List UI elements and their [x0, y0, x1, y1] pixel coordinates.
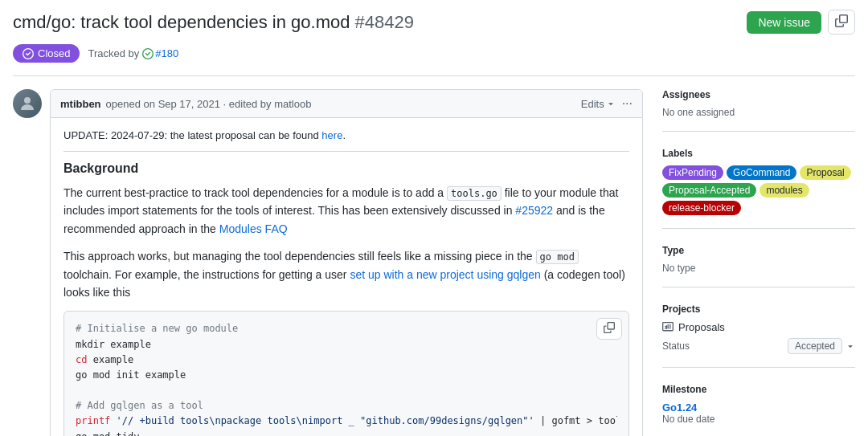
- projects-label: Projects: [662, 304, 855, 315]
- project-status-label: Status: [662, 340, 690, 352]
- copy-code-button[interactable]: [596, 318, 622, 340]
- main-layout: mtibben opened on Sep 17, 2021 · edited …: [13, 89, 855, 436]
- issue-header: cmd/go: track tool dependencies in go.mo…: [13, 10, 855, 35]
- tracked-link-text: #180: [155, 47, 178, 59]
- label-fixpending[interactable]: FixPending: [662, 165, 723, 180]
- type-value: No type: [662, 263, 855, 274]
- chevron-down-icon: [845, 341, 855, 351]
- chevron-down-icon: [606, 99, 616, 108]
- closed-icon: [23, 48, 34, 59]
- copy-icon: [835, 14, 848, 27]
- header-left: cmd/go: track tool dependencies in go.mo…: [13, 12, 414, 33]
- milestone-value[interactable]: Go1.24: [662, 401, 855, 414]
- label-release-blocker[interactable]: release-blocker: [662, 201, 741, 215]
- body-p1-before: The current best-practice to track tool …: [63, 186, 444, 199]
- labels-container: FixPending GoCommand Proposal Proposal-A…: [662, 165, 855, 215]
- project-status-value[interactable]: Accepted: [788, 338, 842, 354]
- tracked-by-text: Tracked by: [88, 47, 139, 59]
- gqlgen-link[interactable]: set up with a new project using gqlgen: [350, 268, 540, 281]
- status-badge: Closed: [13, 44, 80, 63]
- project-status-value-wrapper: Accepted: [788, 338, 855, 354]
- sidebar: Assignees No one assigned Labels FixPend…: [662, 89, 855, 436]
- issue-title: cmd/go: track tool dependencies in go.mo…: [13, 12, 414, 33]
- svg-point-0: [24, 97, 31, 104]
- body-paragraph-1: The current best-practice to track tool …: [63, 184, 629, 238]
- assignees-value: No one assigned: [662, 107, 855, 118]
- update-text: UPDATE: 2024-07-29: the latest proposal …: [63, 129, 319, 141]
- check-circle-icon: [142, 48, 154, 59]
- issue-25922-link[interactable]: #25922: [515, 204, 553, 217]
- sidebar-assignees: Assignees No one assigned: [662, 89, 855, 132]
- project-item: Proposals: [662, 321, 855, 333]
- update-link[interactable]: here: [321, 129, 342, 141]
- avatar: [13, 89, 42, 118]
- project-name: Proposals: [678, 321, 725, 333]
- label-proposal-accepted[interactable]: Proposal-Accepted: [662, 183, 756, 198]
- header-actions: New issue: [747, 10, 855, 35]
- comment-header: mtibben opened on Sep 17, 2021 · edited …: [51, 90, 642, 118]
- meta-row: Closed Tracked by #180: [13, 44, 855, 63]
- sidebar-projects: Projects Proposals Status Accepted: [662, 304, 855, 368]
- content-area: mtibben opened on Sep 17, 2021 · edited …: [13, 89, 643, 436]
- comment-header-right: Edits ···: [581, 96, 633, 111]
- body-paragraph-2: This approach works, but managing the to…: [63, 247, 629, 301]
- label-modules[interactable]: modules: [760, 183, 809, 198]
- comment-meta: opened on Sep 17, 2021 · edited by matlo…: [106, 98, 312, 110]
- edits-button[interactable]: Edits: [581, 98, 616, 110]
- comment-header-left: mtibben opened on Sep 17, 2021 · edited …: [60, 98, 311, 110]
- sidebar-labels: Labels FixPending GoCommand Proposal Pro…: [662, 148, 855, 229]
- avatar-icon: [18, 94, 37, 113]
- status-text: Closed: [38, 47, 70, 59]
- tracked-by: Tracked by #180: [88, 47, 178, 59]
- go-mod-code: go mod: [536, 250, 579, 264]
- section-title: Background: [63, 161, 629, 176]
- label-proposal[interactable]: Proposal: [800, 165, 850, 180]
- page: cmd/go: track tool dependencies in go.mo…: [0, 0, 868, 436]
- update-notice: UPDATE: 2024-07-29: the latest proposal …: [63, 129, 629, 141]
- type-label: Type: [662, 245, 855, 256]
- assignees-label: Assignees: [662, 89, 855, 100]
- comment-divider: [63, 151, 629, 152]
- issue-number: #48429: [355, 12, 414, 32]
- more-button[interactable]: ···: [622, 96, 633, 111]
- main-divider: [13, 75, 855, 76]
- copy-title-button[interactable]: [828, 10, 855, 35]
- tools-go-code: tools.go: [447, 186, 502, 201]
- tracked-link[interactable]: #180: [142, 47, 178, 59]
- sidebar-type: Type No type: [662, 245, 855, 287]
- comment-author[interactable]: mtibben: [60, 98, 101, 110]
- body-p2-after: toolchain. For example, the instructions…: [63, 268, 347, 281]
- body-p2-before: This approach works, but managing the to…: [63, 250, 533, 263]
- modules-faq-link[interactable]: Modules FAQ: [219, 222, 288, 235]
- code-block: # Initialise a new go module mkdir examp…: [63, 311, 629, 436]
- comment-wrapper: mtibben opened on Sep 17, 2021 · edited …: [13, 89, 643, 436]
- label-gocommand[interactable]: GoCommand: [727, 165, 796, 180]
- sidebar-milestone: Milestone Go1.24 No due date: [662, 384, 855, 436]
- comment-body: UPDATE: 2024-07-29: the latest proposal …: [51, 118, 642, 436]
- edits-label: Edits: [581, 98, 604, 110]
- milestone-date: No due date: [662, 414, 855, 425]
- update-suffix: .: [342, 129, 346, 141]
- code-content: # Initialise a new go module mkdir examp…: [76, 321, 617, 436]
- issue-title-text: cmd/go: track tool dependencies in go.mo…: [13, 12, 350, 32]
- project-icon: [662, 322, 674, 333]
- new-issue-button[interactable]: New issue: [747, 11, 821, 34]
- project-status-row: Status Accepted: [662, 338, 855, 354]
- copy-code-icon: [604, 322, 615, 333]
- labels-label: Labels: [662, 148, 855, 159]
- milestone-label: Milestone: [662, 384, 855, 395]
- comment-box: mtibben opened on Sep 17, 2021 · edited …: [50, 89, 643, 436]
